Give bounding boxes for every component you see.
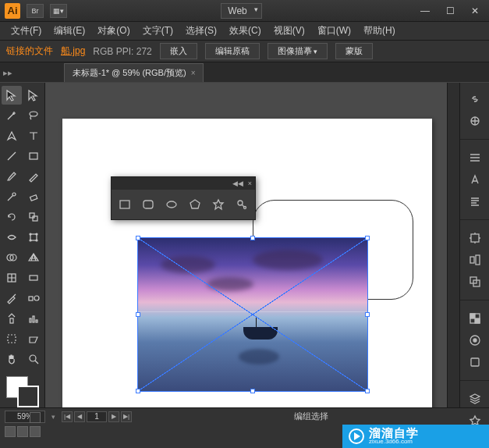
links-panel-icon[interactable] xyxy=(466,92,484,106)
pen-tool[interactable] xyxy=(2,126,22,145)
magic-wand-tool[interactable] xyxy=(2,106,22,125)
scale-tool[interactable] xyxy=(23,208,44,226)
document-tab[interactable]: 未标题-1* @ 59% (RGB/预览) × xyxy=(64,63,204,82)
ellipse-shape-button[interactable] xyxy=(163,196,180,213)
stroke-swatch[interactable] xyxy=(17,386,39,407)
draw-normal-icon[interactable] xyxy=(5,426,16,437)
color-panel-icon[interactable] xyxy=(466,114,484,128)
rounded-rectangle-shape-button[interactable] xyxy=(140,196,157,213)
draw-inside-icon[interactable] xyxy=(30,426,41,437)
embed-button[interactable]: 嵌入 xyxy=(160,43,197,59)
rectangle-shape-button[interactable] xyxy=(116,196,133,213)
fill-stroke-swatch[interactable] xyxy=(2,375,43,409)
doc-menu-icon[interactable]: ▸▸ xyxy=(0,66,16,80)
svg-rect-24 xyxy=(144,201,153,208)
window-minimize[interactable]: — xyxy=(416,5,434,17)
svg-rect-5 xyxy=(33,216,37,221)
svg-point-25 xyxy=(167,201,176,208)
svg-rect-31 xyxy=(471,234,479,242)
paragraph-panel-icon[interactable] xyxy=(466,194,484,208)
document-tabs: ▸▸ 未标题-1* @ 59% (RGB/预览) × xyxy=(0,62,489,83)
align-panel-icon[interactable] xyxy=(466,253,484,267)
edit-original-button[interactable]: 编辑原稿 xyxy=(205,43,260,59)
zoom-dropdown-icon[interactable]: ▾ xyxy=(51,413,55,421)
hand-tool[interactable] xyxy=(2,350,22,368)
menu-file[interactable]: 文件(F) xyxy=(5,24,48,37)
pathfinder-panel-icon[interactable] xyxy=(466,275,484,289)
pencil-tool[interactable] xyxy=(23,167,44,186)
layers-panel-icon[interactable] xyxy=(466,392,484,406)
menu-view[interactable]: 视图(V) xyxy=(268,24,311,37)
window-close[interactable]: ✕ xyxy=(466,5,484,17)
artboard-nav: |◀ ◀ 1 ▶ ▶| xyxy=(62,411,132,422)
flare-shape-button[interactable] xyxy=(233,196,250,213)
menu-help[interactable]: 帮助(H) xyxy=(357,24,402,37)
menu-window[interactable]: 窗口(W) xyxy=(311,24,357,37)
image-trace-button[interactable]: 图像描摹 xyxy=(268,43,328,59)
gradient-tool[interactable] xyxy=(23,268,44,287)
svg-rect-6 xyxy=(30,234,37,240)
panel-collapse-strip[interactable] xyxy=(447,83,459,407)
menu-edit[interactable]: 编辑(E) xyxy=(48,24,91,37)
transform-panel-icon[interactable] xyxy=(466,231,484,245)
transparency-panel-icon[interactable] xyxy=(466,311,484,325)
rotate-tool[interactable] xyxy=(2,208,22,226)
type-tool[interactable] xyxy=(23,126,44,145)
statusbar: ▾ |◀ ◀ 1 ▶ ▶| 编组选择 xyxy=(0,407,489,425)
polygon-shape-button[interactable] xyxy=(186,196,204,213)
appearance-panel-icon[interactable] xyxy=(466,333,484,347)
eyedropper-tool[interactable] xyxy=(2,289,22,308)
window-maximize[interactable]: ☐ xyxy=(441,5,459,17)
direct-selection-tool[interactable] xyxy=(23,86,44,105)
next-artboard-button[interactable]: ▶ xyxy=(108,411,119,422)
zoom-tool[interactable] xyxy=(23,350,44,368)
character-panel-icon[interactable] xyxy=(466,172,484,187)
first-artboard-button[interactable]: |◀ xyxy=(62,411,73,422)
arrange-docs-button[interactable]: ▦▾ xyxy=(50,4,67,18)
column-graph-tool[interactable] xyxy=(23,309,44,328)
paintbrush-tool[interactable] xyxy=(2,167,22,186)
placed-image[interactable] xyxy=(137,237,368,392)
menu-effect[interactable]: 效果(C) xyxy=(223,24,268,37)
blob-brush-tool[interactable] xyxy=(2,187,22,206)
prev-artboard-button[interactable]: ◀ xyxy=(74,411,85,422)
artboard-tool[interactable] xyxy=(2,329,22,348)
line-tool[interactable] xyxy=(2,147,22,165)
watermark: 溜溜自学 zixue.3d66.com xyxy=(342,425,489,448)
artboard-number[interactable]: 1 xyxy=(87,411,107,422)
graphic-styles-panel-icon[interactable] xyxy=(466,355,484,369)
mask-button[interactable]: 蒙版 xyxy=(335,43,373,59)
panel-close-icon[interactable]: × xyxy=(248,180,252,187)
linked-file-name[interactable]: 船.jpg xyxy=(61,44,85,58)
selection-tool[interactable] xyxy=(2,86,22,105)
last-artboard-button[interactable]: ▶| xyxy=(121,411,132,422)
mesh-tool[interactable] xyxy=(2,268,22,287)
lasso-tool[interactable] xyxy=(23,106,44,125)
slice-tool[interactable] xyxy=(23,329,44,348)
stroke-panel-icon[interactable] xyxy=(466,151,484,165)
toolbox xyxy=(0,83,45,407)
width-tool[interactable] xyxy=(2,228,22,247)
panel-collapse-icon[interactable]: ◀◀ xyxy=(232,180,243,187)
rectangle-tool[interactable] xyxy=(23,147,44,165)
menu-object[interactable]: 对象(O) xyxy=(91,24,136,37)
menu-select[interactable]: 选择(S) xyxy=(179,24,223,37)
shape-tools-panel[interactable]: ◀◀ × xyxy=(111,176,256,220)
eraser-tool[interactable] xyxy=(23,187,44,206)
svg-rect-21 xyxy=(8,335,16,343)
status-mode: 编组选择 xyxy=(138,411,484,422)
draw-behind-icon[interactable] xyxy=(17,426,28,437)
symbol-sprayer-tool[interactable] xyxy=(2,309,22,328)
free-transform-tool[interactable] xyxy=(23,228,44,247)
shape-builder-tool[interactable] xyxy=(2,248,22,267)
none-mode-icon[interactable] xyxy=(30,412,41,423)
workspace-preset-select[interactable]: Web xyxy=(221,3,261,19)
menu-type[interactable]: 文字(T) xyxy=(136,24,179,37)
star-shape-button[interactable] xyxy=(210,196,227,213)
svg-rect-33 xyxy=(476,255,480,265)
blend-tool[interactable] xyxy=(23,289,44,308)
canvas[interactable]: ◀◀ × xyxy=(45,83,447,407)
perspective-grid-tool[interactable] xyxy=(23,248,44,267)
bridge-button[interactable]: Br xyxy=(27,4,44,18)
tab-close-icon[interactable]: × xyxy=(191,69,196,77)
